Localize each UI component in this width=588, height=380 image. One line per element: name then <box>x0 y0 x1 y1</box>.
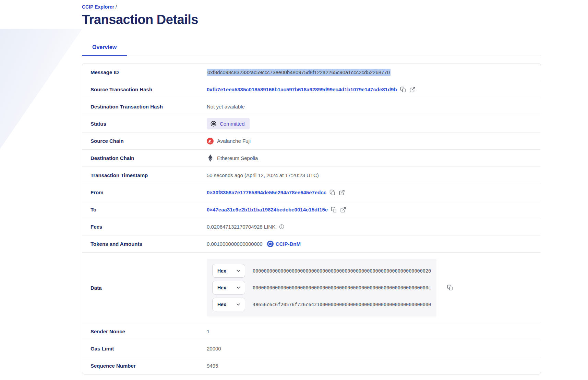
table-row-source-chain: Source Chain Avalanche Fuji <box>82 132 541 149</box>
chevron-down-icon <box>236 302 241 307</box>
row-label: From <box>91 189 207 195</box>
commit-status-icon <box>210 120 217 127</box>
table-row-from: From 0×30f8358a7e17765894de55e294a78ee64… <box>82 184 541 201</box>
table-row-sequence-number: Sequence Number 9495 <box>82 357 541 374</box>
token-amount: 0.001000000000000000 <box>207 241 263 247</box>
timestamp-value: 50 seconds ago (April 12, 2024 at 17:20:… <box>207 172 319 178</box>
dest-chain-name: Ethereum Sepolia <box>217 155 258 161</box>
table-row-to: To 0×47eaa31c9e2b1b1ba19824bedcbe0014c15… <box>82 201 541 218</box>
external-link-icon[interactable] <box>340 207 346 213</box>
row-label: Sender Nonce <box>91 329 207 334</box>
table-row-message-id: Message ID 0xf8dc098c832332ac59ccc73ee00… <box>82 64 541 81</box>
encoding-select[interactable]: Hex <box>212 298 245 311</box>
message-id-value: 0xf8dc098c832332ac59ccc73ee00b480975d8f1… <box>207 69 391 76</box>
to-address-link[interactable]: 0×47eaa31c9e2b1b1ba19824bedcbe0014c15df1… <box>207 207 328 212</box>
encoding-select-value: Hex <box>217 302 226 307</box>
row-label: Message ID <box>91 69 207 75</box>
row-label: Gas Limit <box>91 346 207 352</box>
tab-bar: Overview <box>82 39 541 56</box>
copy-icon[interactable] <box>400 87 406 93</box>
row-label: Data <box>91 285 207 291</box>
encoding-select[interactable]: Hex <box>212 264 245 278</box>
table-row-timestamp: Transaction Timestamp 50 seconds ago (Ap… <box>82 166 541 184</box>
encoding-select-value: Hex <box>217 268 226 274</box>
copy-icon[interactable] <box>331 207 337 213</box>
row-label: Destination Transaction Hash <box>91 104 207 110</box>
status-badge-label: Committed <box>220 121 245 127</box>
hex-data-line: 0000000000000000000000000000000000000000… <box>253 285 431 290</box>
hex-data-line: 48656c6c6f20576f726c64210000000000000000… <box>253 302 431 307</box>
breadcrumb-separator: / <box>116 4 117 10</box>
breadcrumb-ccip-explorer-link[interactable]: CCIP Explorer <box>82 4 114 10</box>
chevron-down-icon <box>236 285 241 290</box>
fees-value: 0.020647132170704928 LINK <box>207 224 275 230</box>
external-link-icon[interactable] <box>339 189 345 196</box>
table-row-gas-limit: Gas Limit 20000 <box>82 340 541 357</box>
info-icon[interactable] <box>279 224 284 229</box>
token-name-link[interactable]: CCIP-BnM <box>276 241 301 247</box>
hex-data-line: 0000000000000000000000000000000000000000… <box>253 268 431 274</box>
table-row-data: Data Hex 0000000000000000000000000000000… <box>82 252 541 323</box>
external-link-icon[interactable] <box>409 87 416 93</box>
status-badge: Committed <box>207 118 250 129</box>
copy-icon[interactable] <box>447 285 453 291</box>
avalanche-logo-icon <box>207 138 214 145</box>
table-row-sender-nonce: Sender Nonce 1 <box>82 323 541 340</box>
row-label: Status <box>91 121 207 127</box>
chevron-down-icon <box>236 268 241 274</box>
table-row-fees: Fees 0.020647132170704928 LINK <box>82 218 541 235</box>
sender-nonce-value: 1 <box>207 329 209 334</box>
row-label: Fees <box>91 224 207 230</box>
row-label: Tokens and Amounts <box>91 241 207 247</box>
data-line: Hex 48656c6c6f20576f726c6421000000000000… <box>212 298 431 311</box>
page-title: Transaction Details <box>82 12 541 27</box>
table-row-source-tx-hash: Source Transaction Hash 0xfb7e1eea5335c0… <box>82 81 541 98</box>
encoding-select[interactable]: Hex <box>212 281 245 295</box>
table-row-dest-chain: Destination Chain Ethereum Sepolia <box>82 149 541 166</box>
data-line: Hex 000000000000000000000000000000000000… <box>212 264 431 278</box>
gas-limit-value: 20000 <box>207 346 221 352</box>
tab-overview[interactable]: Overview <box>82 39 127 56</box>
source-tx-hash-link[interactable]: 0xfb7e1eea5335c018589166b1ac597b618a9289… <box>207 87 397 92</box>
row-label: Source Chain <box>91 138 207 144</box>
table-row-status: Status Committed <box>82 115 541 132</box>
background-gradient-decoration <box>0 29 82 149</box>
row-label: Transaction Timestamp <box>91 172 207 178</box>
from-address-link[interactable]: 0×30f8358a7e17765894de55e294a78ee645e7ed… <box>207 189 326 195</box>
table-row-dest-tx-hash: Destination Transaction Hash Not yet ava… <box>82 98 541 115</box>
data-line: Hex 000000000000000000000000000000000000… <box>212 281 431 295</box>
ethereum-logo-icon <box>207 154 214 162</box>
data-hex-panel: Hex 000000000000000000000000000000000000… <box>207 259 436 316</box>
ccip-token-icon <box>267 241 274 247</box>
row-label: Source Transaction Hash <box>91 87 207 92</box>
transaction-details-card: Message ID 0xf8dc098c832332ac59ccc73ee00… <box>82 63 541 375</box>
dest-tx-hash-value: Not yet available <box>207 104 245 110</box>
encoding-select-value: Hex <box>217 285 226 290</box>
sequence-number-value: 9495 <box>207 363 218 369</box>
row-label: Destination Chain <box>91 155 207 161</box>
source-chain-name: Avalanche Fuji <box>217 138 251 144</box>
row-label: To <box>91 207 207 212</box>
breadcrumb: CCIP Explorer/ <box>82 4 541 10</box>
main-content: CCIP Explorer/ Transaction Details Overv… <box>82 0 541 375</box>
table-row-tokens: Tokens and Amounts 0.001000000000000000 … <box>82 235 541 252</box>
row-label: Sequence Number <box>91 363 207 369</box>
copy-icon[interactable] <box>329 189 336 196</box>
